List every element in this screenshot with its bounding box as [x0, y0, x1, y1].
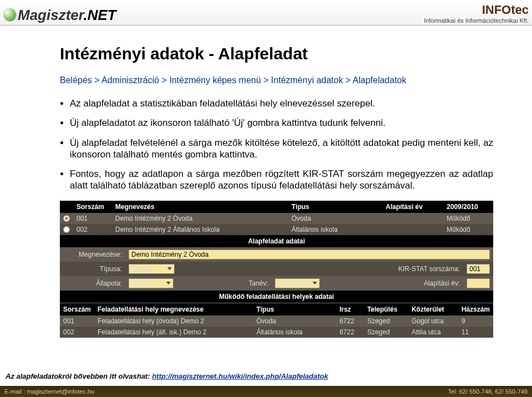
breadcrumb: Belépés > Adminisztráció > Intézmény kép…: [60, 75, 493, 85]
sub-col-sorszam[interactable]: Sorszám: [60, 303, 94, 315]
row-radio-icon[interactable]: [63, 215, 70, 222]
cell-megnevezes: Demo Intézmény 2 Óvoda: [112, 213, 288, 224]
footer-email: E-mail : magiszternet@infotec.hu: [4, 388, 94, 395]
col-megnevezes[interactable]: Megnevezés: [112, 201, 288, 213]
bullet-item: Új alapfeladat felvételénél a sárga mező…: [70, 137, 493, 161]
form-row-megnevezes: Megnevezése:: [60, 247, 493, 262]
lbl-allapot: Állapota:: [63, 279, 124, 287]
chevron-down-icon: [167, 267, 172, 270]
cell-tipus: Óvoda: [288, 213, 382, 224]
sub-col-tipus[interactable]: Típus: [253, 303, 336, 315]
cell-megnevezes: Demo Intézmény 2 Általános Iskola: [112, 224, 288, 235]
select-allapot[interactable]: Működő: [129, 278, 173, 288]
logo-ball-icon: [3, 8, 16, 21]
main-content: Intézményi adatok - Alapfeladat Belépés …: [0, 26, 532, 338]
lbl-alapitasi: Alapítási év:: [424, 279, 462, 287]
lbl-tanev: Tanév:: [249, 279, 270, 287]
select-tipus[interactable]: Óvoda: [129, 264, 175, 274]
section-title-2: Működő feladatellátási helyek adatai: [60, 291, 493, 303]
input-kirstat[interactable]: [467, 264, 490, 274]
row-radio-icon[interactable]: [63, 226, 70, 233]
footnote-link[interactable]: http://magiszternet.hu/wiki/index.php/Al…: [152, 372, 328, 380]
input-megnevezes[interactable]: [129, 250, 490, 259]
company-block: INFOtec Informatikai és Információtechni…: [424, 3, 529, 24]
col-sorszam[interactable]: Sorszám: [73, 201, 112, 213]
table-row[interactable]: 002 Demo Intézmény 2 Általános Iskola Ál…: [60, 224, 493, 235]
form-row-tipus: Típusa: Óvoda KIR-STAT sorszáma:: [60, 262, 493, 276]
company-sub: Informatikai és Információtechnikai Kft.: [424, 17, 529, 24]
bullet-item: Új alapfeladatot az ikonsoron található …: [70, 117, 493, 129]
lbl-kirstat: KIR-STAT sorszáma:: [398, 265, 462, 273]
footnote-text: Az alapfeladatokról bővebben itt olvasha…: [6, 372, 152, 380]
bullet-item: Az alapfeladat a statisztikában feladate…: [70, 98, 493, 109]
cell-allapot: Működő: [443, 213, 493, 224]
cell-alapitasi: [382, 224, 443, 235]
sub-col-telepules[interactable]: Település: [364, 303, 408, 315]
table-row[interactable]: 002 Feladatellátási hely (ált. isk.) Dem…: [60, 327, 493, 338]
cell-tipus: Általános iskola: [288, 224, 382, 235]
section-title-1: Alapfeladat adatai: [60, 235, 493, 247]
footer-bar: E-mail : magiszternet@infotec.hu Tel: 62…: [0, 386, 532, 397]
col-tipus[interactable]: Típus: [288, 201, 382, 213]
page-title: Intézményi adatok - Alapfeladat: [60, 44, 493, 63]
helyek-table: Sorszám Feladatellátási hely megnevezése…: [60, 303, 493, 338]
lbl-tipus: Típusa:: [63, 265, 124, 273]
input-alapitasi[interactable]: [467, 278, 490, 288]
bullet-item: Fontos, hogy az adatlapon a sárga mezőbe…: [70, 168, 493, 192]
alapfeladat-table: Sorszám Megnevezés Típus Alapítási év 20…: [60, 201, 493, 235]
sub-col-megnevezes[interactable]: Feladatellátási hely megnevezése: [94, 303, 253, 315]
select-tanev[interactable]: 2009/2010: [275, 278, 320, 288]
cell-allapot: Működő: [443, 224, 493, 235]
footer-tel: Tel: 62/ 550-748, 62/ 550-749: [448, 388, 528, 395]
lbl-megnevezes: Megnevezése:: [63, 251, 124, 258]
footnote: Az alapfeladatokról bővebben itt olvasha…: [6, 372, 328, 380]
table-row[interactable]: 001 Feladatellátási hely (óvoda) Demo 2 …: [60, 315, 493, 327]
bullet-list: Az alapfeladat a statisztikában feladate…: [60, 98, 493, 192]
brand-logo: Magiszter.NET: [3, 7, 116, 24]
top-header: Magiszter.NET INFOtec Informatikai és In…: [0, 0, 532, 26]
app-screenshot: Sorszám Megnevezés Típus Alapítási év 20…: [60, 201, 493, 338]
cell-alapitasi: [382, 213, 443, 224]
form-row-allapot: Állapota: Működő Tanév: 2009/2010 Alapít…: [60, 276, 493, 291]
brand-left: Magiszter: [18, 7, 84, 23]
chevron-down-icon: [166, 282, 171, 284]
col-alapitasi[interactable]: Alapítási év: [382, 201, 443, 213]
company-name: INFOtec: [424, 3, 529, 17]
cell-sorszam: 002: [73, 224, 112, 235]
sub-col-kozterulet[interactable]: Közterület: [408, 303, 458, 315]
sub-col-hazszam[interactable]: Házszám: [458, 303, 493, 315]
brand-right: .NET: [84, 7, 116, 23]
cell-sorszam: 001: [73, 213, 112, 224]
sub-col-irsz[interactable]: Irsz: [336, 303, 364, 315]
chevron-down-icon: [313, 282, 317, 284]
table-row[interactable]: 001 Demo Intézmény 2 Óvoda Óvoda Működő: [60, 213, 493, 224]
col-tanev[interactable]: 2009/2010: [443, 201, 493, 213]
brand-text: Magiszter.NET: [18, 7, 116, 24]
